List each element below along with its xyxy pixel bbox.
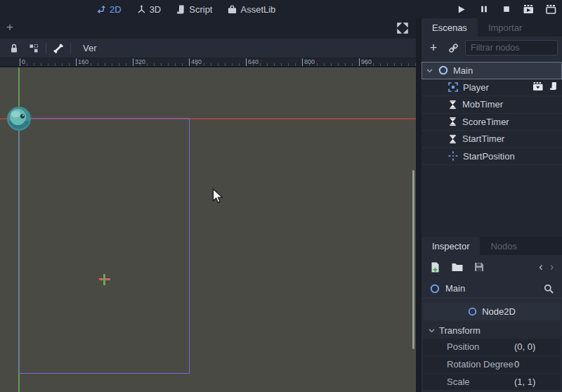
tab-importar[interactable]: Importar — [478, 18, 532, 37]
search-icon[interactable] — [544, 284, 554, 294]
transform-section-header[interactable]: Transform — [423, 322, 561, 339]
node2d-icon — [468, 307, 477, 316]
property-row-scale: Scale (1, 1) — [423, 374, 561, 391]
tab-nodos[interactable]: Nodos — [480, 237, 528, 255]
view-menu-button[interactable]: Ver — [73, 43, 107, 53]
viewport-vertical-scrollbar[interactable] — [412, 170, 414, 349]
position2d-icon — [448, 151, 458, 161]
save-resource-icon[interactable] — [474, 262, 484, 272]
tab-3d[interactable]: 3D — [137, 4, 162, 15]
new-resource-icon[interactable] — [430, 262, 440, 273]
pause-icon[interactable] — [478, 4, 489, 15]
filter-nodes-input[interactable] — [465, 40, 558, 55]
node-name: StartTimer — [462, 133, 504, 144]
dock-splitter[interactable] — [416, 18, 422, 392]
tab-2d[interactable]: 2D — [97, 4, 122, 15]
node-name: StartPosition — [463, 151, 515, 162]
toolbar-separator — [70, 43, 71, 54]
timer-icon — [448, 134, 457, 144]
scene-tree: Main Player MobTimer ScoreTimer Star — [422, 62, 562, 249]
tree-row-startposition[interactable]: StartPosition — [422, 148, 562, 166]
node2d-icon — [430, 284, 440, 294]
tab-assetlib[interactable]: AssetLib — [228, 4, 275, 15]
tree-row-mobtimer[interactable]: MobTimer — [422, 96, 562, 114]
inspected-node-name: Main — [445, 283, 465, 294]
player-sprite[interactable] — [6, 105, 32, 134]
tree-row-scoretimer[interactable]: ScoreTimer — [422, 114, 562, 131]
scene-dock-toolbar: + — [422, 37, 562, 59]
transform-section-label: Transform — [439, 325, 481, 336]
tab-inspector[interactable]: Inspector — [422, 237, 480, 255]
mouse-cursor — [213, 189, 224, 207]
node-name: MobTimer — [462, 99, 503, 110]
playback-controls — [456, 0, 556, 18]
tree-row-player[interactable]: Player — [422, 79, 562, 97]
property-value[interactable]: 0 — [514, 359, 519, 370]
distraction-free-mode-icon[interactable] — [397, 22, 408, 36]
row-buttons — [532, 81, 558, 93]
property-label: Position — [423, 341, 514, 352]
scene-dock-tabs: Escenas Importar — [422, 18, 562, 37]
tab-3d-label: 3D — [150, 4, 162, 15]
viewport-toolbar: Ver — [0, 39, 418, 58]
inspector-toolbar: ‹ › — [422, 255, 562, 279]
viewport-canvas[interactable] — [0, 67, 418, 392]
instanced-scene-icon[interactable] — [532, 81, 544, 93]
start-position-gizmo-v — [103, 274, 105, 285]
add-scene-tab-button[interactable]: + — [4, 21, 16, 34]
node2d-icon — [438, 65, 448, 75]
property-list: Position (0, 0) Rotation Degree 0 Scale … — [423, 339, 561, 391]
bone-icon[interactable] — [48, 40, 68, 57]
tab-escenas[interactable]: Escenas — [422, 18, 478, 37]
tab-script[interactable]: Script — [176, 4, 212, 15]
tab-assetlib-label: AssetLib — [240, 4, 275, 15]
add-node-icon[interactable]: + — [426, 40, 441, 55]
tree-row-main[interactable]: Main — [422, 62, 562, 79]
play-custom-scene-icon[interactable] — [546, 4, 556, 15]
property-row-position: Position (0, 0) — [423, 339, 561, 356]
timer-icon — [448, 100, 457, 110]
inspected-node-row: Main — [422, 279, 562, 299]
game-viewport-frame — [19, 118, 190, 374]
script-icon — [176, 5, 185, 14]
class-header-node2d[interactable]: Node2D — [423, 303, 561, 320]
toolbar-separator — [46, 43, 46, 54]
node-name: Player — [463, 82, 489, 93]
property-value[interactable]: (0, 0) — [514, 341, 535, 352]
property-label: Rotation Degree — [423, 359, 514, 370]
horizontal-ruler[interactable]: 0 160 320 480 640 800 960 — [0, 58, 418, 67]
2d-icon — [97, 5, 106, 14]
ruler-tick-label: 160 — [76, 58, 89, 67]
script-icon[interactable] — [549, 81, 558, 93]
node-name: Main — [453, 65, 473, 76]
assetlib-icon — [228, 5, 237, 14]
chevron-down-icon[interactable] — [426, 67, 433, 74]
ruler-tick-label: 480 — [189, 58, 202, 67]
property-value[interactable]: (1, 1) — [514, 377, 535, 387]
workspace-tabs: 2D 3D Script AssetLib — [97, 0, 275, 18]
play-scene-icon[interactable] — [523, 4, 534, 15]
node-name: ScoreTimer — [462, 117, 509, 127]
ruler-tick-label: 320 — [133, 58, 145, 67]
ungroup-icon[interactable] — [24, 40, 44, 57]
load-resource-folder-icon[interactable] — [452, 263, 463, 272]
godot-editor-window: 2D 3D Script AssetLib + — [0, 0, 562, 392]
tab-2d-label: 2D — [110, 4, 122, 15]
scene-tab-strip: + — [0, 18, 418, 39]
history-back-icon[interactable]: ‹ — [539, 261, 542, 273]
timer-icon — [448, 117, 457, 126]
ruler-tick-label: 800 — [302, 58, 315, 67]
property-row-rotation: Rotation Degree 0 — [423, 356, 561, 374]
tree-row-starttimer[interactable]: StartTimer — [422, 131, 562, 148]
history-forward-icon[interactable]: › — [550, 261, 554, 273]
lock-icon[interactable] — [4, 40, 24, 57]
instance-scene-link-icon[interactable] — [445, 40, 461, 55]
area2d-icon — [448, 82, 458, 92]
ruler-tick-label: 960 — [359, 58, 372, 67]
3d-icon — [137, 5, 146, 14]
top-menu-bar: 2D 3D Script AssetLib — [0, 0, 562, 18]
ruler-tick-label: 640 — [246, 58, 259, 67]
class-header-label: Node2D — [482, 306, 516, 317]
stop-icon[interactable] — [501, 4, 511, 15]
play-icon[interactable] — [456, 4, 466, 15]
